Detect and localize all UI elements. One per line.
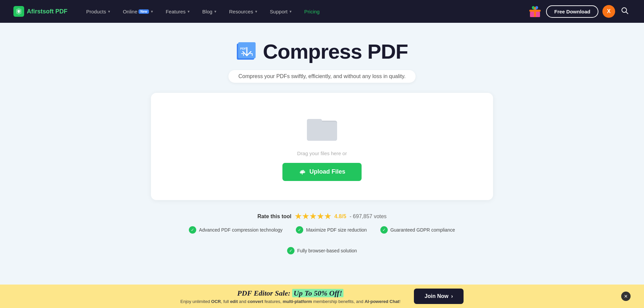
- star-5: ★: [324, 212, 331, 221]
- rate-label: Rate this tool: [257, 213, 291, 220]
- rating-score: 4.8/5: [334, 213, 346, 220]
- chevron-down-icon: ▼: [187, 10, 190, 13]
- compress-pdf-icon: PDF: [236, 41, 258, 62]
- star-4: ★: [317, 212, 324, 221]
- logo-icon: [13, 6, 24, 17]
- free-download-button[interactable]: Free Download: [546, 5, 598, 18]
- folder-icon: [305, 112, 339, 144]
- svg-rect-10: [307, 122, 337, 141]
- hero-subtitle: Compress your PDFs swiftly, efficiently,…: [228, 70, 416, 83]
- chevron-down-icon: ▼: [150, 10, 154, 13]
- search-icon[interactable]: [619, 5, 631, 18]
- gift-icon[interactable]: [528, 4, 542, 18]
- logo[interactable]: Afirstsoft PDF: [13, 6, 67, 17]
- navbar-right: Free Download X: [528, 4, 631, 18]
- star-rating: ★ ★ ★ ★ ★: [295, 212, 331, 221]
- drag-text: Drag your files here or: [297, 150, 347, 156]
- chevron-down-icon: ▼: [214, 10, 217, 13]
- star-1: ★: [295, 212, 302, 221]
- cloud-upload-icon: [299, 168, 306, 176]
- check-icon-3: ✓: [380, 226, 388, 234]
- nav-blog[interactable]: Blog ▼: [197, 6, 222, 17]
- nav-features[interactable]: Features ▼: [160, 6, 196, 17]
- svg-rect-3: [534, 7, 536, 17]
- nav-resources[interactable]: Resources ▼: [224, 6, 263, 17]
- nav-online[interactable]: Online New ▼: [117, 6, 159, 17]
- promo-banner: PDF Editor Sale: Up To 50% Off! Enjoy un…: [0, 285, 644, 288]
- chevron-down-icon: ▼: [107, 10, 111, 13]
- hero-section: PDF Compress PDF Compress your PDFs swif…: [228, 40, 416, 83]
- chevron-down-icon: ▼: [289, 10, 292, 13]
- chevron-down-icon: ▼: [255, 10, 258, 13]
- rating-votes: - 697,857 votes: [350, 213, 386, 220]
- check-icon-1: ✓: [189, 226, 196, 234]
- nav-pricing[interactable]: Pricing: [299, 6, 325, 17]
- star-3: ★: [310, 212, 316, 221]
- rating-row: Rate this tool ★ ★ ★ ★ ★ 4.8/5 - 697,857…: [257, 212, 386, 221]
- nav-products[interactable]: Products ▼: [81, 6, 116, 17]
- page-title: Compress PDF: [263, 40, 408, 63]
- hero-title: PDF Compress PDF: [236, 40, 408, 63]
- svg-text:PDF: PDF: [240, 47, 247, 50]
- check-icon-2: ✓: [296, 226, 303, 234]
- nav-menu: Products ▼ Online New ▼ Features ▼ Blog …: [81, 6, 528, 17]
- user-avatar[interactable]: X: [602, 5, 615, 18]
- feature-2: ✓ Maximize PDF size reduction: [296, 226, 367, 234]
- main-content: PDF Compress PDF Compress your PDFs swif…: [0, 23, 644, 288]
- feature-1: ✓ Advanced PDF compression technology: [189, 226, 282, 234]
- check-icon-4: ✓: [287, 247, 294, 254]
- features-row: ✓ Advanced PDF compression technology ✓ …: [151, 226, 493, 254]
- feature-4: ✓ Fully browser-based solution: [287, 247, 357, 254]
- star-2: ★: [302, 212, 309, 221]
- upload-files-button[interactable]: Upload Files: [282, 163, 361, 181]
- rating-section: Rate this tool ★ ★ ★ ★ ★ 4.8/5 - 697,857…: [151, 212, 493, 254]
- navbar: Afirstsoft PDF Products ▼ Online New ▼ F…: [0, 0, 644, 23]
- logo-text: Afirstsoft PDF: [27, 8, 67, 15]
- upload-area[interactable]: Drag your files here or Upload Files: [151, 93, 493, 200]
- nav-support[interactable]: Support ▼: [265, 6, 298, 17]
- feature-3: ✓ Guaranteed GDPR compliance: [380, 226, 455, 234]
